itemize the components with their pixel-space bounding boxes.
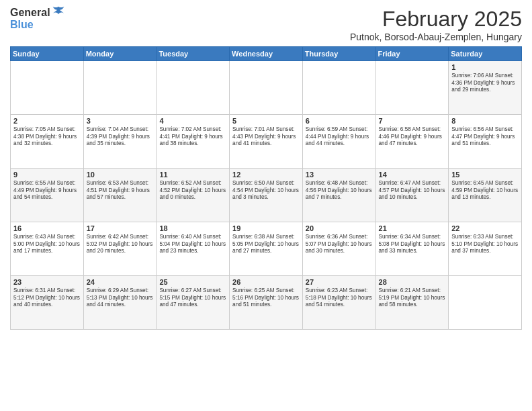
day-number: 12: [232, 171, 300, 179]
day-number: 25: [159, 278, 226, 286]
calendar-cell: 7Sunrise: 6:58 AM Sunset: 4:46 PM Daylig…: [375, 115, 449, 169]
day-number: 16: [13, 224, 81, 232]
calendar-cell: 17Sunrise: 6:42 AM Sunset: 5:02 PM Dayli…: [83, 222, 157, 276]
day-number: 9: [13, 171, 81, 179]
day-info: Sunrise: 7:04 AM Sunset: 4:39 PM Dayligh…: [87, 126, 154, 148]
day-number: 17: [87, 224, 154, 232]
day-number: 15: [451, 171, 519, 179]
calendar-subtitle: Putnok, Borsod-Abauj-Zemplen, Hungary: [350, 32, 522, 42]
day-info: Sunrise: 6:43 AM Sunset: 5:00 PM Dayligh…: [13, 234, 81, 255]
calendar-cell: 6Sunrise: 6:59 AM Sunset: 4:44 PM Daylig…: [302, 115, 375, 169]
logo: General Blue: [10, 7, 65, 31]
day-info: Sunrise: 6:59 AM Sunset: 4:44 PM Dayligh…: [306, 126, 373, 148]
day-number: 2: [13, 117, 81, 125]
day-info: Sunrise: 6:47 AM Sunset: 4:57 PM Dayligh…: [379, 180, 446, 201]
day-info: Sunrise: 6:27 AM Sunset: 5:15 PM Dayligh…: [159, 287, 226, 309]
day-info: Sunrise: 6:31 AM Sunset: 5:12 PM Dayligh…: [13, 287, 81, 309]
day-info: Sunrise: 6:50 AM Sunset: 4:54 PM Dayligh…: [232, 180, 300, 201]
day-number: 21: [379, 224, 446, 232]
day-info: Sunrise: 6:40 AM Sunset: 5:04 PM Dayligh…: [159, 234, 226, 255]
calendar-cell: 4Sunrise: 7:02 AM Sunset: 4:41 PM Daylig…: [157, 115, 230, 169]
calendar-cell: 1Sunrise: 7:06 AM Sunset: 4:36 PM Daylig…: [449, 61, 522, 115]
day-number: 10: [87, 171, 154, 179]
day-number: 22: [451, 224, 519, 232]
weekday-header-tuesday: Tuesday: [157, 47, 230, 61]
weekday-header-saturday: Saturday: [449, 47, 522, 61]
calendar-cell: [157, 61, 230, 115]
calendar-cell: [83, 61, 157, 115]
calendar-cell: 21Sunrise: 6:34 AM Sunset: 5:08 PM Dayli…: [375, 222, 449, 276]
calendar-cell: 24Sunrise: 6:29 AM Sunset: 5:13 PM Dayli…: [83, 276, 157, 330]
calendar-week-row: 2Sunrise: 7:05 AM Sunset: 4:38 PM Daylig…: [11, 115, 522, 169]
calendar-cell: 18Sunrise: 6:40 AM Sunset: 5:04 PM Dayli…: [157, 222, 230, 276]
calendar-week-row: 16Sunrise: 6:43 AM Sunset: 5:00 PM Dayli…: [11, 222, 522, 276]
calendar-cell: 2Sunrise: 7:05 AM Sunset: 4:38 PM Daylig…: [11, 115, 84, 169]
day-number: 24: [87, 278, 154, 286]
day-number: 4: [159, 117, 226, 125]
title-block: February 2025 Putnok, Borsod-Abauj-Zempl…: [350, 7, 522, 42]
day-info: Sunrise: 6:52 AM Sunset: 4:52 PM Dayligh…: [159, 180, 226, 201]
day-number: 1: [451, 63, 519, 71]
day-info: Sunrise: 6:25 AM Sunset: 5:16 PM Dayligh…: [232, 287, 300, 309]
day-number: 3: [87, 117, 154, 125]
calendar-cell: 8Sunrise: 6:56 AM Sunset: 4:47 PM Daylig…: [449, 115, 522, 169]
calendar-cell: 3Sunrise: 7:04 AM Sunset: 4:39 PM Daylig…: [83, 115, 157, 169]
day-info: Sunrise: 6:42 AM Sunset: 5:02 PM Dayligh…: [87, 234, 154, 255]
calendar-cell: [230, 61, 303, 115]
day-number: 20: [306, 224, 373, 232]
logo-general: General: [10, 7, 50, 19]
day-number: 11: [159, 171, 226, 179]
day-number: 14: [379, 171, 446, 179]
calendar-cell: 26Sunrise: 6:25 AM Sunset: 5:16 PM Dayli…: [230, 276, 303, 330]
day-number: 7: [379, 117, 446, 125]
calendar-cell: 23Sunrise: 6:31 AM Sunset: 5:12 PM Dayli…: [11, 276, 84, 330]
day-info: Sunrise: 6:58 AM Sunset: 4:46 PM Dayligh…: [379, 126, 446, 148]
day-number: 26: [232, 278, 300, 286]
day-info: Sunrise: 6:29 AM Sunset: 5:13 PM Dayligh…: [87, 287, 154, 309]
calendar-cell: 15Sunrise: 6:45 AM Sunset: 4:59 PM Dayli…: [449, 169, 522, 222]
weekday-header-sunday: Sunday: [11, 47, 84, 61]
calendar-cell: 5Sunrise: 7:01 AM Sunset: 4:43 PM Daylig…: [230, 115, 303, 169]
logo-text: General Blue: [10, 7, 65, 31]
calendar-cell: [302, 61, 375, 115]
logo-blue: Blue: [10, 19, 65, 31]
day-info: Sunrise: 6:36 AM Sunset: 5:07 PM Dayligh…: [306, 234, 373, 255]
calendar-cell: [11, 61, 84, 115]
day-info: Sunrise: 7:05 AM Sunset: 4:38 PM Dayligh…: [13, 126, 81, 148]
calendar-cell: [375, 61, 449, 115]
calendar-cell: 28Sunrise: 6:21 AM Sunset: 5:19 PM Dayli…: [375, 276, 449, 330]
calendar-title: February 2025: [350, 7, 522, 32]
day-info: Sunrise: 6:23 AM Sunset: 5:18 PM Dayligh…: [306, 287, 373, 309]
day-info: Sunrise: 6:53 AM Sunset: 4:51 PM Dayligh…: [87, 180, 154, 201]
day-number: 28: [379, 278, 446, 286]
calendar-week-row: 9Sunrise: 6:55 AM Sunset: 4:49 PM Daylig…: [11, 169, 522, 222]
day-info: Sunrise: 6:45 AM Sunset: 4:59 PM Dayligh…: [451, 180, 519, 201]
calendar-cell: 27Sunrise: 6:23 AM Sunset: 5:18 PM Dayli…: [302, 276, 375, 330]
calendar-cell: 25Sunrise: 6:27 AM Sunset: 5:15 PM Dayli…: [157, 276, 230, 330]
day-number: 8: [451, 117, 519, 125]
calendar-cell: 16Sunrise: 6:43 AM Sunset: 5:00 PM Dayli…: [11, 222, 84, 276]
calendar-cell: 11Sunrise: 6:52 AM Sunset: 4:52 PM Dayli…: [157, 169, 230, 222]
day-number: 6: [306, 117, 373, 125]
calendar-cell: 12Sunrise: 6:50 AM Sunset: 4:54 PM Dayli…: [230, 169, 303, 222]
calendar-cell: 19Sunrise: 6:38 AM Sunset: 5:05 PM Dayli…: [230, 222, 303, 276]
day-number: 19: [232, 224, 300, 232]
day-number: 27: [306, 278, 373, 286]
calendar-week-row: 1Sunrise: 7:06 AM Sunset: 4:36 PM Daylig…: [11, 61, 522, 115]
day-number: 5: [232, 117, 300, 125]
day-info: Sunrise: 6:55 AM Sunset: 4:49 PM Dayligh…: [13, 180, 81, 201]
calendar-cell: 14Sunrise: 6:47 AM Sunset: 4:57 PM Dayli…: [375, 169, 449, 222]
calendar-cell: 13Sunrise: 6:48 AM Sunset: 4:56 PM Dayli…: [302, 169, 375, 222]
calendar-cell: 22Sunrise: 6:33 AM Sunset: 5:10 PM Dayli…: [449, 222, 522, 276]
weekday-header-friday: Friday: [375, 47, 449, 61]
page-header: General Blue February 2025 Putnok, Borso…: [10, 7, 522, 42]
day-info: Sunrise: 6:34 AM Sunset: 5:08 PM Dayligh…: [379, 234, 446, 255]
calendar-page: General Blue February 2025 Putnok, Borso…: [0, 0, 532, 411]
weekday-header-row: SundayMondayTuesdayWednesdayThursdayFrid…: [11, 47, 522, 61]
day-number: 13: [306, 171, 373, 179]
weekday-header-monday: Monday: [83, 47, 157, 61]
calendar-table: SundayMondayTuesdayWednesdayThursdayFrid…: [10, 46, 522, 330]
day-info: Sunrise: 6:38 AM Sunset: 5:05 PM Dayligh…: [232, 234, 300, 255]
weekday-header-wednesday: Wednesday: [230, 47, 303, 61]
calendar-cell: 20Sunrise: 6:36 AM Sunset: 5:07 PM Dayli…: [302, 222, 375, 276]
